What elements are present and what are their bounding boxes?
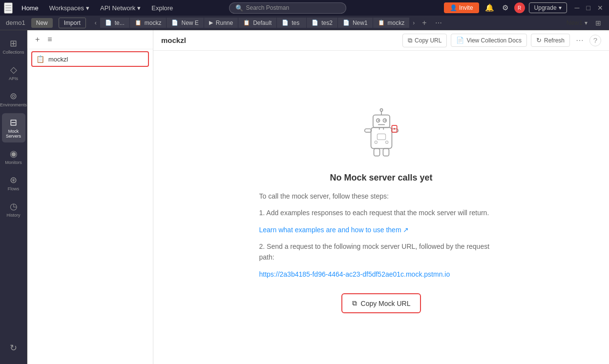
sidebar-item-collections[interactable]: ⊞ Collections bbox=[2, 34, 25, 59]
close-button[interactable]: ✕ bbox=[595, 3, 605, 13]
notifications-icon[interactable]: 🔔 bbox=[483, 1, 496, 14]
mock-server-item-mockzl[interactable]: 📋 mockzl bbox=[31, 51, 149, 67]
svg-rect-11 bbox=[364, 129, 371, 132]
view-docs-button[interactable]: 📄 View Collection Docs bbox=[451, 34, 527, 47]
nav-explore[interactable]: Explore bbox=[147, 2, 178, 14]
tab-icon: ▶ bbox=[209, 20, 213, 26]
tab-mockz1[interactable]: 📋 mockz bbox=[130, 18, 167, 28]
tab-tes2[interactable]: 📄 tes2 bbox=[307, 18, 337, 28]
nav-menu: Home Workspaces ▾ API Network ▾ Explore bbox=[17, 2, 178, 14]
svg-point-6 bbox=[378, 120, 379, 121]
left-panel-header: + ≡ bbox=[27, 30, 153, 49]
sidebar-bottom: ↻ bbox=[0, 335, 27, 361]
tab-newe[interactable]: 📄 New E bbox=[167, 18, 203, 28]
content-toolbar: mockzl ⧉ Copy URL 📄 View Collection Docs… bbox=[153, 30, 609, 51]
tab-icon: 📄 bbox=[343, 20, 350, 26]
sidebar-icons: ⊞ Collections ◇ APIs ⊚ Environments ⊟ Mo… bbox=[0, 30, 27, 364]
tab-default[interactable]: 📋 Default bbox=[238, 18, 276, 28]
tab-icon: 📄 bbox=[105, 20, 112, 26]
grid-view-button[interactable]: ⊞ bbox=[593, 17, 603, 29]
svg-rect-15 bbox=[374, 148, 379, 156]
copy-url-icon: ⧉ bbox=[408, 37, 412, 44]
tab-runner[interactable]: ▶ Runne bbox=[204, 18, 238, 28]
left-panel: + ≡ 📋 mockzl bbox=[27, 30, 153, 364]
tab-prev-button[interactable]: ‹ bbox=[92, 18, 100, 28]
content-body: No Mock server calls yet To call the moc… bbox=[153, 51, 609, 364]
svg-rect-0 bbox=[371, 127, 392, 148]
add-tab-button[interactable]: + bbox=[418, 18, 430, 28]
nav-home[interactable]: Home bbox=[17, 2, 43, 14]
history-icon: ◷ bbox=[10, 201, 18, 212]
search-input[interactable] bbox=[246, 4, 340, 11]
svg-point-7 bbox=[384, 120, 386, 121]
svg-rect-17 bbox=[377, 134, 385, 140]
sidebar-item-bootcamp[interactable]: ↻ bbox=[2, 339, 25, 357]
help-button[interactable]: ? bbox=[589, 35, 601, 46]
refresh-button[interactable]: ↻ Refresh bbox=[531, 34, 570, 47]
mock-url-link[interactable]: https://2a3b4185-fd96-4464-ac23-df5df52a… bbox=[259, 270, 450, 278]
refresh-icon: ↻ bbox=[536, 37, 542, 44]
tab-icon: 📋 bbox=[135, 20, 142, 26]
empty-state-description: To call the mock server, follow these st… bbox=[259, 191, 504, 285]
avatar[interactable]: R bbox=[514, 2, 525, 13]
sidebar-item-flows[interactable]: ⊛ Flows bbox=[2, 171, 25, 195]
search-bar[interactable]: 🔍 bbox=[229, 2, 346, 14]
sidebar-item-mock-servers[interactable]: ⊟ Mock Servers bbox=[2, 113, 25, 142]
environments-icon: ⊚ bbox=[10, 91, 17, 101]
flows-icon: ⊛ bbox=[10, 175, 17, 185]
empty-state-title: No Mock server calls yet bbox=[330, 173, 432, 183]
mock-servers-icon: ⊟ bbox=[10, 117, 17, 128]
more-options-button[interactable]: ⋯ bbox=[574, 34, 586, 47]
content-title: mockzl bbox=[161, 36, 399, 44]
tab-icon: 📄 bbox=[312, 20, 318, 26]
tab-icon: 📄 bbox=[171, 20, 178, 26]
monitors-icon: ◉ bbox=[10, 148, 18, 159]
window-controls: ─ □ ✕ bbox=[573, 3, 605, 13]
copy-mock-icon: ⧉ bbox=[352, 299, 357, 307]
active-tab-name: New1 bbox=[567, 19, 583, 26]
tab-next-button[interactable]: › bbox=[410, 18, 418, 28]
svg-point-18 bbox=[375, 141, 377, 143]
copy-mock-url-button[interactable]: ⧉ Copy Mock URL bbox=[341, 293, 421, 313]
settings-icon[interactable]: ⚙ bbox=[500, 1, 510, 14]
tab-tes[interactable]: 📄 tes bbox=[277, 18, 306, 28]
sidebar-item-environments[interactable]: ⊚ Environments bbox=[2, 87, 25, 111]
main-content: mockzl ⧉ Copy URL 📄 View Collection Docs… bbox=[153, 30, 609, 364]
invite-icon: 👤 bbox=[450, 4, 457, 11]
tab-bar: ‹ 📄 te... 📋 mockz 📄 New E ▶ Runne 📋 Defa… bbox=[92, 18, 559, 28]
tab-new1[interactable]: 📄 New1 bbox=[338, 18, 373, 28]
filter-button[interactable]: ≡ bbox=[45, 34, 54, 45]
svg-point-19 bbox=[385, 141, 388, 143]
nav-api-network[interactable]: API Network ▾ bbox=[95, 2, 146, 14]
tab-icon: 📄 bbox=[282, 20, 289, 26]
tab-icon: 📋 bbox=[243, 20, 250, 26]
titlebar: ☰ Home Workspaces ▾ API Network ▾ Explor… bbox=[0, 0, 609, 16]
add-collection-button[interactable]: + bbox=[33, 34, 42, 45]
bootcamp-icon: ↻ bbox=[10, 343, 17, 353]
apis-icon: ◇ bbox=[10, 64, 17, 75]
sidebar-item-history[interactable]: ◷ History bbox=[2, 197, 25, 222]
import-button[interactable]: Import bbox=[59, 18, 86, 28]
sidebar-item-monitors[interactable]: ◉ Monitors bbox=[2, 144, 25, 169]
copy-url-button[interactable]: ⧉ Copy URL bbox=[402, 34, 447, 47]
svg-point-10 bbox=[380, 109, 382, 111]
workspace-label: demo1 bbox=[6, 19, 25, 26]
more-tabs-button[interactable]: ⋯ bbox=[431, 18, 446, 28]
view-docs-icon: 📄 bbox=[456, 37, 464, 44]
nav-workspaces[interactable]: Workspaces ▾ bbox=[44, 2, 94, 14]
sidebar-item-apis[interactable]: ◇ APIs bbox=[2, 61, 25, 85]
invite-button[interactable]: 👤 Invite bbox=[444, 2, 479, 13]
minimize-button[interactable]: ─ bbox=[573, 3, 582, 13]
app-layout: ⊞ Collections ◇ APIs ⊚ Environments ⊟ Mo… bbox=[0, 30, 609, 364]
new-button[interactable]: New bbox=[31, 18, 53, 28]
maximize-button[interactable]: □ bbox=[585, 3, 592, 13]
svg-rect-1 bbox=[373, 115, 389, 128]
menu-icon[interactable]: ☰ bbox=[4, 2, 13, 14]
robot-illustration bbox=[352, 102, 411, 161]
tab-te[interactable]: 📄 te... bbox=[100, 18, 129, 28]
collections-icon: ⊞ bbox=[10, 38, 17, 49]
learn-examples-link[interactable]: Learn what examples are and how to use t… bbox=[259, 226, 409, 234]
svg-rect-16 bbox=[383, 148, 389, 156]
upgrade-button[interactable]: Upgrade ▾ bbox=[529, 2, 567, 13]
tab-mockz2[interactable]: 📋 mockz bbox=[373, 18, 410, 28]
